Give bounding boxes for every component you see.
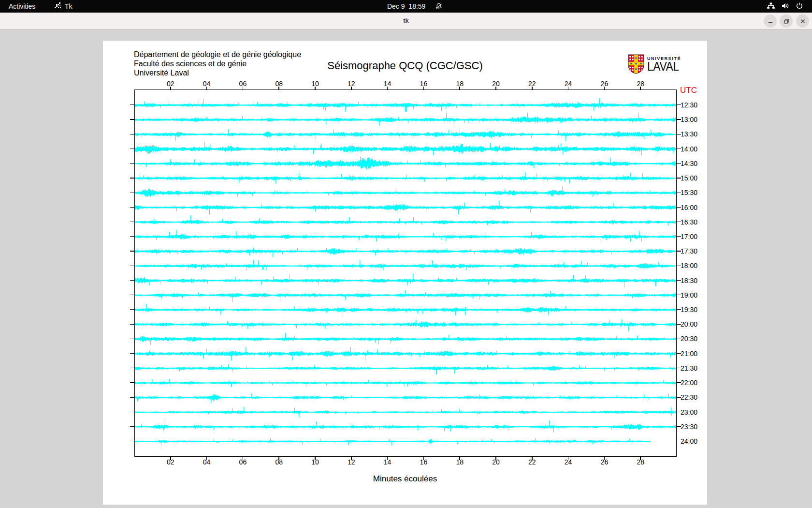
- time-label: 13:00: [681, 116, 697, 123]
- x-tick-label-bottom: 28: [633, 458, 648, 466]
- power-icon: [796, 2, 803, 11]
- trace-tick-left: [130, 280, 134, 281]
- x-tick-label-bottom: 24: [561, 458, 576, 466]
- time-label: 15:30: [681, 189, 697, 196]
- x-tick-label-top: 04: [200, 80, 214, 88]
- time-label: 14:00: [681, 145, 697, 153]
- time-label: 17:30: [681, 247, 697, 255]
- system-status-area[interactable]: [767, 0, 803, 13]
- x-tick-label-top: 02: [163, 80, 178, 88]
- x-tick-label-top: 10: [308, 80, 322, 88]
- x-tick-label-top: 26: [597, 80, 611, 88]
- trace-tick-left: [130, 193, 134, 193]
- laval-logo-text: UNIVERSITÉ LAVAL: [647, 54, 683, 76]
- x-tick-label-bottom: 14: [380, 458, 395, 466]
- trace-tick-left: [130, 368, 134, 368]
- logo-laval: LAVAL: [647, 61, 679, 72]
- notifications-muted-icon: [435, 0, 443, 13]
- time-label: 22:30: [681, 393, 697, 401]
- x-tick-label-bottom: 10: [308, 458, 322, 466]
- x-tick-label-top: 28: [633, 80, 648, 88]
- trace-tick-left: [130, 266, 134, 266]
- x-tick-label-top: 12: [344, 80, 359, 88]
- tk-app-icon: [54, 2, 61, 11]
- trace-tick-left: [130, 236, 134, 237]
- time-label: 21:00: [681, 350, 697, 358]
- trace-tick-left: [130, 163, 134, 164]
- org-line-1: Département de géologie et de génie géol…: [134, 50, 301, 59]
- x-tick-label-bottom: 22: [525, 458, 539, 466]
- time-label: 18:00: [681, 262, 697, 269]
- time-label: 17:00: [681, 233, 697, 240]
- time-label: 20:00: [681, 320, 697, 328]
- x-tick-label-bottom: 08: [272, 458, 286, 466]
- utc-axis-title: UTC: [680, 86, 697, 95]
- restore-button[interactable]: [780, 15, 793, 28]
- time-label: 16:30: [681, 218, 697, 226]
- x-tick-label-bottom: 26: [597, 458, 611, 466]
- trace-tick-left: [130, 149, 134, 149]
- x-tick-label-bottom: 06: [235, 458, 250, 466]
- x-tick-label-top: 08: [272, 80, 286, 88]
- window-title: tk: [0, 13, 812, 29]
- x-tick-label-top: 22: [525, 80, 539, 88]
- trace-tick-left: [130, 222, 134, 222]
- time-label: 13:30: [681, 130, 697, 138]
- x-tick-label-bottom: 04: [200, 458, 214, 466]
- x-tick-label-top: 24: [561, 80, 576, 88]
- trace-tick-left: [130, 119, 134, 120]
- time-label: 24:00: [681, 437, 697, 445]
- time-label: 19:00: [681, 291, 697, 299]
- time-label: 21:30: [681, 364, 697, 372]
- x-axis-title: Minutes écoulées: [103, 474, 707, 484]
- x-tick-label-bottom: 02: [163, 458, 178, 466]
- time-label: 12:30: [681, 101, 697, 109]
- trace-tick-left: [130, 324, 134, 325]
- seismogram-traces: [135, 90, 676, 456]
- x-tick-label-bottom: 20: [489, 458, 503, 466]
- time-label: 16:00: [681, 204, 697, 211]
- activities-label: Activities: [9, 2, 35, 10]
- time-label: 20:30: [681, 335, 697, 343]
- trace-tick-left: [130, 295, 134, 295]
- x-tick-label-bottom: 16: [416, 458, 431, 466]
- trace-tick-left: [130, 134, 134, 134]
- time-label: 15:00: [681, 174, 697, 182]
- x-tick-label-top: 16: [416, 80, 431, 88]
- window-title-bar[interactable]: tk: [0, 13, 812, 30]
- x-tick-label-bottom: 12: [344, 458, 359, 466]
- clock[interactable]: Dec 9 18:59: [387, 0, 425, 13]
- minimize-button[interactable]: [764, 15, 777, 28]
- time-label: 19:30: [681, 306, 697, 314]
- close-button[interactable]: [796, 15, 809, 28]
- top-bar: Activities Tk Dec 9 18:59: [0, 0, 812, 13]
- time-label: 22:00: [681, 379, 697, 387]
- x-tick-label-top: 06: [235, 80, 250, 88]
- app-menu[interactable]: Tk: [54, 0, 72, 13]
- x-tick-label-bottom: 18: [452, 458, 467, 466]
- network-icon: [767, 2, 775, 11]
- trace-tick-left: [130, 309, 134, 310]
- app-menu-label: Tk: [65, 2, 72, 10]
- laval-shield-icon: [628, 54, 644, 76]
- trace-tick-left: [130, 353, 134, 354]
- trace-tick-left: [130, 105, 134, 105]
- time-label: 23:00: [681, 408, 697, 416]
- time-label: 23:30: [681, 423, 697, 431]
- trace-tick-left: [130, 178, 134, 178]
- x-tick-label-top: 20: [489, 80, 503, 88]
- clock-label: Dec 9 18:59: [387, 2, 425, 10]
- trace-tick-left: [130, 382, 134, 383]
- trace-tick-left: [130, 412, 134, 412]
- trace-tick-left: [130, 251, 134, 251]
- trace-tick-left: [130, 339, 134, 339]
- x-tick-label-top: 18: [452, 80, 467, 88]
- time-label: 18:30: [681, 277, 697, 284]
- x-tick-label-top: 14: [380, 80, 395, 88]
- trace-tick-left: [130, 397, 134, 398]
- time-label: 14:30: [681, 160, 697, 167]
- activities-button[interactable]: Activities: [9, 0, 35, 13]
- trace-tick-left: [130, 426, 134, 427]
- universite-laval-logo: UNIVERSITÉ LAVAL: [628, 54, 683, 76]
- seismograph-canvas: Département de géologie et de génie géol…: [103, 41, 707, 505]
